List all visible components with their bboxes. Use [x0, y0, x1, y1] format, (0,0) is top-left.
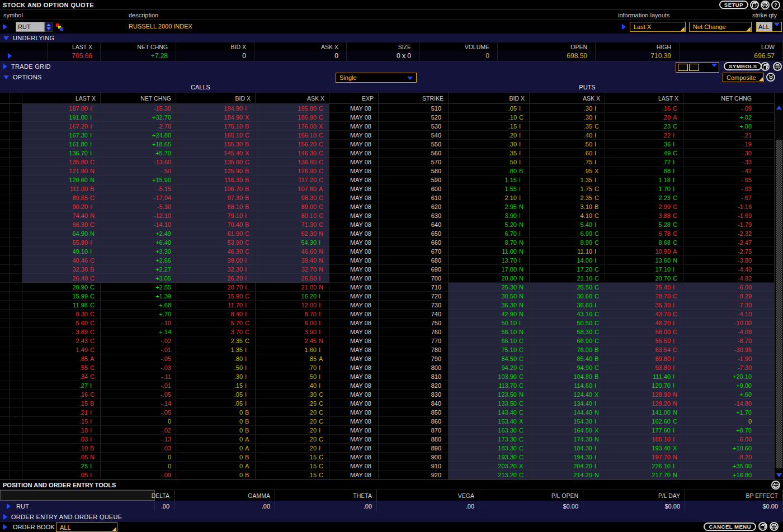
- double-chevron-down-icon[interactable]: [766, 73, 775, 82]
- call-bid-cell[interactable]: 53.90C: [176, 238, 256, 247]
- exp-cell[interactable]: MAY 08: [329, 256, 379, 265]
- call-netchng-cell[interactable]: +24.80: [101, 131, 176, 140]
- exp-cell[interactable]: MAY 08: [329, 193, 379, 202]
- put-last-cell[interactable]: 193.40X: [605, 444, 683, 453]
- put-bid-cell[interactable]: 163.30C: [449, 426, 530, 435]
- call-bid-cell[interactable]: 175.10B: [176, 122, 256, 131]
- put-ask-cell[interactable]: 3.10B: [530, 202, 605, 211]
- call-last-cell[interactable]: 89.65C: [22, 193, 101, 202]
- put-netchng-cell[interactable]: -.09: [683, 104, 775, 113]
- exp-cell[interactable]: MAY 08: [329, 292, 379, 301]
- call-netchng-cell[interactable]: +.14: [101, 327, 176, 336]
- call-ask-cell[interactable]: 89.00C: [256, 202, 329, 211]
- call-netchng-cell[interactable]: +1.39: [101, 292, 176, 301]
- strike-cell[interactable]: 610: [379, 193, 449, 202]
- vertical-scrollbar[interactable]: [775, 104, 783, 479]
- put-bid-cell[interactable]: 193.30C: [449, 453, 530, 462]
- put-bid-cell[interactable]: 58.10N: [449, 327, 530, 336]
- exp-cell[interactable]: MAY 08: [329, 104, 379, 113]
- call-netchng-cell[interactable]: -2.70: [101, 122, 176, 131]
- put-ask-cell[interactable]: 14.00I: [530, 256, 605, 265]
- put-ask-cell[interactable]: .30I: [530, 113, 605, 122]
- put-last-cell[interactable]: 162.60C: [605, 417, 683, 426]
- call-ask-cell[interactable]: .50I: [256, 372, 329, 381]
- call-last-cell[interactable]: 40.46C: [22, 256, 101, 265]
- put-ask-cell[interactable]: 2.35C: [530, 193, 605, 202]
- call-bid-cell[interactable]: 97.30B: [176, 193, 256, 202]
- strike-cell[interactable]: 920: [379, 471, 449, 479]
- call-bid-cell[interactable]: 15.90C: [176, 292, 256, 301]
- put-netchng-cell[interactable]: -8.70: [683, 336, 775, 345]
- cancel-menu-button[interactable]: CANCEL MENU: [704, 522, 756, 531]
- call-bid-cell[interactable]: 184.90X: [176, 113, 256, 122]
- call-bid-cell[interactable]: 20.70I: [176, 283, 256, 292]
- call-ask-cell[interactable]: 2.45N: [256, 336, 329, 345]
- put-netchng-cell[interactable]: +16.80: [683, 471, 775, 479]
- call-ask-cell[interactable]: 46.60N: [256, 247, 329, 256]
- put-last-cell[interactable]: 17.10I: [605, 265, 683, 274]
- exp-cell[interactable]: MAY 08: [329, 113, 379, 122]
- put-last-cell[interactable]: 55.50I: [605, 336, 683, 345]
- spread-type-dropdown[interactable]: Single: [336, 73, 417, 83]
- put-netchng-cell[interactable]: -.19: [683, 140, 775, 149]
- put-bid-cell[interactable]: 66.10C: [449, 336, 530, 345]
- call-last-cell[interactable]: 15.99C: [22, 292, 101, 301]
- call-last-cell[interactable]: .85A: [22, 354, 101, 363]
- call-ask-cell[interactable]: 71.30C: [256, 220, 329, 229]
- call-ask-cell[interactable]: 39.40N: [256, 256, 329, 265]
- call-bid-cell[interactable]: 61.90C: [176, 229, 256, 238]
- put-netchng-cell[interactable]: -4.40: [683, 265, 775, 274]
- exp-cell[interactable]: MAY 08: [329, 131, 379, 140]
- put-bid-cell[interactable]: 143.40C: [449, 408, 530, 417]
- call-bid-cell[interactable]: 32.30I: [176, 265, 256, 274]
- exp-cell[interactable]: MAY 08: [329, 310, 379, 319]
- put-ask-cell[interactable]: .40I: [530, 131, 605, 140]
- put-last-cell[interactable]: 217.70N: [605, 471, 683, 479]
- put-netchng-cell[interactable]: -4.08: [683, 327, 775, 336]
- exp-cell[interactable]: MAY 08: [329, 390, 379, 399]
- put-last-cell[interactable]: 111.40I: [605, 372, 683, 381]
- call-ask-cell[interactable]: .15C: [256, 453, 329, 462]
- put-netchng-cell[interactable]: -6.00: [683, 283, 775, 292]
- call-netchng-cell[interactable]: -14.10: [101, 220, 176, 229]
- exp-cell[interactable]: MAY 08: [329, 158, 379, 167]
- put-bid-cell[interactable]: 13.70I: [449, 256, 530, 265]
- position-row-name[interactable]: RUT: [0, 501, 155, 512]
- call-netchng-cell[interactable]: +2.27: [101, 265, 176, 274]
- put-bid-cell[interactable]: .15I: [449, 122, 530, 131]
- strike-cell[interactable]: 690: [379, 265, 449, 274]
- call-netchng-cell[interactable]: +6.40: [101, 238, 176, 247]
- exp-cell[interactable]: MAY 08: [329, 381, 379, 390]
- copy-icon[interactable]: [761, 62, 770, 71]
- call-last-cell[interactable]: 1.49C: [22, 345, 101, 354]
- exp-cell[interactable]: MAY 08: [329, 327, 379, 336]
- call-netchng-cell[interactable]: +15.90: [101, 175, 176, 184]
- strike-cell[interactable]: 620: [379, 202, 449, 211]
- call-last-cell[interactable]: 5.60C: [22, 319, 101, 327]
- call-netchng-cell[interactable]: -5.15: [101, 184, 176, 193]
- put-netchng-cell[interactable]: -7.30: [683, 363, 775, 372]
- put-bid-cell[interactable]: .50I: [449, 158, 530, 167]
- order-book-filter-dropdown[interactable]: ALL: [56, 522, 117, 532]
- call-last-cell[interactable]: 20.90C: [22, 283, 101, 292]
- call-bid-cell[interactable]: 46.30C: [176, 247, 256, 256]
- underlying-section-bar[interactable]: UNDERLYING: [0, 34, 783, 42]
- put-netchng-cell[interactable]: -.21: [683, 131, 775, 140]
- put-ask-cell[interactable]: 1.75C: [530, 184, 605, 193]
- exp-cell[interactable]: MAY 08: [329, 167, 379, 175]
- put-netchng-cell[interactable]: -4.82: [683, 274, 775, 283]
- call-bid-cell[interactable]: 155.30B: [176, 140, 256, 149]
- call-ask-cell[interactable]: 1.60I: [256, 345, 329, 354]
- put-netchng-cell[interactable]: +.02: [683, 113, 775, 122]
- put-bid-cell[interactable]: 173.30C: [449, 435, 530, 444]
- put-netchng-cell[interactable]: +1.70: [683, 408, 775, 417]
- call-bid-cell[interactable]: 0B: [176, 408, 256, 417]
- put-ask-cell[interactable]: 1.35I: [530, 175, 605, 184]
- copy-icon[interactable]: [758, 522, 767, 531]
- call-bid-cell[interactable]: 116.30B: [176, 175, 256, 184]
- call-bid-cell[interactable]: 1.35I: [176, 345, 256, 354]
- call-bid-cell[interactable]: 11.70I: [176, 301, 256, 310]
- scroll-down-arrow-icon[interactable]: [776, 473, 782, 477]
- put-bid-cell[interactable]: 123.50N: [449, 390, 530, 399]
- put-last-cell[interactable]: 6.78C: [605, 229, 683, 238]
